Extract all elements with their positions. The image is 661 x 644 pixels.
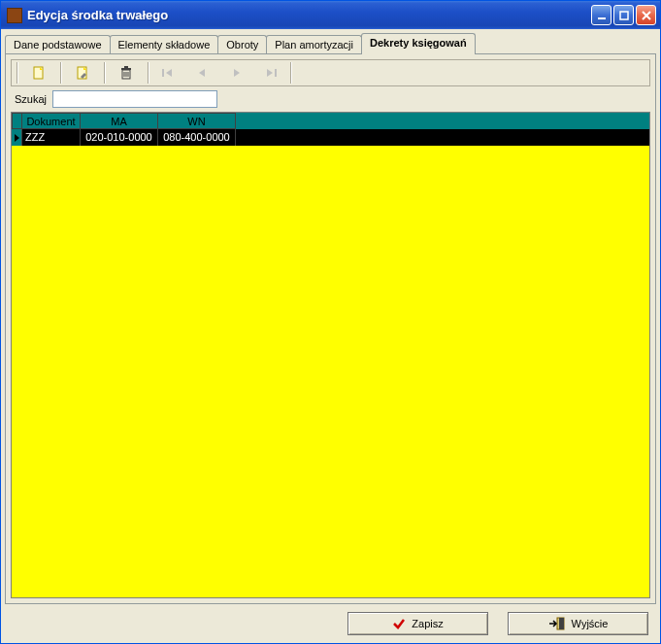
tab-elementy-skladowe[interactable]: Elementy składowe bbox=[110, 35, 219, 53]
grid-col-ma[interactable]: MA bbox=[81, 113, 158, 129]
window-controls bbox=[591, 5, 656, 25]
maximize-button[interactable] bbox=[613, 5, 634, 25]
svg-rect-11 bbox=[275, 69, 277, 77]
tab-panel: Szukaj Dokument MA WN ZZZ 020-010-0000 0… bbox=[5, 53, 656, 604]
save-button[interactable]: Zapisz bbox=[347, 612, 488, 635]
exit-icon bbox=[548, 617, 566, 630]
table-row[interactable]: ZZZ 020-010-0000 080-400-0000 bbox=[12, 129, 649, 146]
data-grid[interactable]: Dokument MA WN ZZZ 020-010-0000 080-400-… bbox=[11, 112, 650, 598]
svg-rect-5 bbox=[121, 68, 131, 70]
cell-dokument[interactable]: ZZZ bbox=[22, 129, 81, 146]
window-title: Edycja środka trwałego bbox=[27, 8, 591, 22]
nav-first-button[interactable] bbox=[149, 61, 184, 85]
tab-plan-amortyzacji[interactable]: Plan amortyzacji bbox=[266, 35, 362, 53]
minimize-button[interactable] bbox=[591, 5, 611, 25]
new-button[interactable] bbox=[18, 61, 59, 85]
delete-button[interactable] bbox=[106, 61, 147, 85]
grid-col-dokument[interactable]: Dokument bbox=[22, 113, 81, 129]
edit-button[interactable] bbox=[62, 61, 103, 85]
window: Edycja środka trwałego Dane podstawowe E… bbox=[0, 0, 661, 644]
grid-col-wn[interactable]: WN bbox=[158, 113, 236, 129]
grid-indicator-col bbox=[12, 113, 22, 129]
exit-button-label: Wyjście bbox=[572, 618, 609, 629]
cell-ma[interactable]: 020-010-0000 bbox=[81, 129, 158, 146]
tab-dekrety-ksiegowan[interactable]: Dekrety księgowań bbox=[361, 33, 476, 54]
toolbar bbox=[11, 59, 650, 86]
save-button-label: Zapisz bbox=[412, 618, 443, 629]
app-icon bbox=[7, 8, 22, 23]
close-button[interactable] bbox=[636, 5, 656, 25]
search-input[interactable] bbox=[52, 90, 217, 108]
checkmark-icon bbox=[392, 617, 406, 630]
exit-button[interactable]: Wyjście bbox=[508, 612, 648, 635]
svg-rect-13 bbox=[559, 618, 564, 629]
grid-header: Dokument MA WN bbox=[12, 113, 649, 129]
content-area: Dane podstawowe Elementy składowe Obroty… bbox=[1, 29, 660, 643]
button-bar: Zapisz Wyjście bbox=[5, 604, 656, 639]
search-row: Szukaj bbox=[11, 90, 650, 108]
cell-wn[interactable]: 080-400-0000 bbox=[158, 129, 236, 146]
svg-rect-0 bbox=[598, 17, 606, 19]
svg-rect-10 bbox=[162, 69, 164, 77]
titlebar: Edycja środka trwałego bbox=[1, 1, 660, 29]
nav-last-button[interactable] bbox=[254, 61, 289, 85]
tab-obroty[interactable]: Obroty bbox=[217, 35, 267, 53]
nav-next-button[interactable] bbox=[219, 61, 254, 85]
svg-rect-1 bbox=[620, 12, 628, 19]
tab-dane-podstawowe[interactable]: Dane podstawowe bbox=[5, 35, 111, 53]
tab-bar: Dane podstawowe Elementy składowe Obroty… bbox=[5, 33, 656, 53]
row-indicator bbox=[12, 129, 22, 146]
search-label: Szukaj bbox=[11, 93, 47, 105]
svg-rect-6 bbox=[124, 66, 128, 68]
nav-prev-button[interactable] bbox=[184, 61, 219, 85]
